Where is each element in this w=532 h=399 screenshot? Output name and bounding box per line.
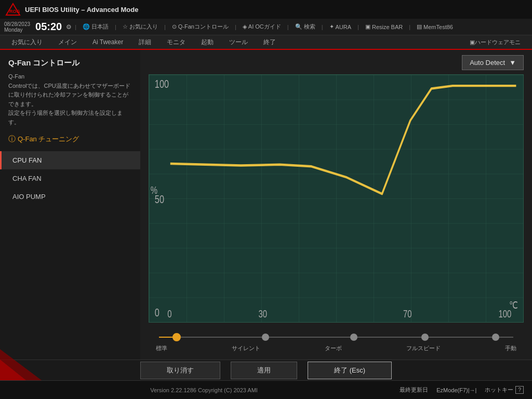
hw-icon: ▣ — [470, 39, 475, 46]
slider-dot-standard[interactable] — [172, 333, 181, 341]
nav-ai-oc[interactable]: ◈ AI OCガイド — [240, 22, 284, 32]
svg-rect-3 — [149, 75, 523, 322]
tab-main[interactable]: メイン — [51, 35, 84, 50]
slider-line-bg — [159, 337, 513, 338]
settings-icon[interactable]: ⚙ — [66, 23, 72, 31]
slider-dot-silent[interactable] — [262, 334, 269, 341]
nav-memtest[interactable]: ▤ MemTest86 — [414, 22, 456, 31]
label-manual: 手動 — [505, 344, 516, 352]
star-icon: ☆ — [123, 23, 128, 30]
nav-resize-bar[interactable]: ▣ Resize BAR — [362, 22, 406, 31]
fan-item-cpu[interactable]: CPU FAN — [0, 151, 140, 169]
resize-icon: ▣ — [365, 23, 370, 30]
footer-right: 最終更新日 EzMode(F7)|→| ホットキー ? — [400, 386, 524, 394]
fan-item-aio[interactable]: AIO PUMP — [0, 188, 140, 206]
tab-detail[interactable]: 詳細 — [131, 35, 158, 50]
date-display: 08/28/2023 Monday — [4, 21, 30, 33]
tab-tools[interactable]: ツール — [222, 35, 255, 50]
rog-logo-icon: ROG — [5, 3, 21, 16]
ez-mode-button[interactable]: EzMode(F7)|→| — [436, 386, 476, 394]
fan-list: CPU FAN CHA FAN AIO PUMP — [0, 151, 140, 206]
svg-text:0: 0 — [167, 308, 171, 320]
slider-dot-fullspeed[interactable] — [421, 334, 429, 341]
auto-detect-row: Auto Detect ▼ — [149, 55, 524, 70]
tab-monitor[interactable]: モニタ — [159, 35, 193, 50]
tab-favorites[interactable]: お気に入り — [4, 35, 50, 50]
section-title: Q-Fan コントロール — [0, 55, 140, 71]
auto-detect-button[interactable]: Auto Detect ▼ — [462, 55, 524, 70]
tab-bar: お気に入り メイン Ai Tweaker 詳細 モニタ 起動 ツール 終了 ▣ … — [0, 35, 532, 50]
aura-icon: ✦ — [329, 23, 334, 30]
slider-dot-turbo[interactable] — [350, 334, 357, 341]
label-standard: 標準 — [156, 344, 167, 352]
svg-text:ROG: ROG — [9, 9, 20, 14]
right-content: Auto Detect ▼ 100 50 0 % — [140, 50, 532, 360]
footer-version: Version 2.22.1286 Copyright (C) 2023 AMI — [8, 387, 400, 393]
tab-ai-tweaker[interactable]: Ai Tweaker — [85, 35, 130, 50]
svg-text:70: 70 — [403, 308, 412, 320]
topbar: ROG UEFI BIOS Utility – Advanced Mode — [0, 0, 532, 19]
search-icon: 🔍 — [295, 23, 302, 30]
nav-search[interactable]: 🔍 検索 — [292, 22, 318, 32]
fan-chart: 100 50 0 % 0 30 70 100 ℃ — [149, 74, 524, 323]
svg-text:℃: ℃ — [509, 299, 517, 311]
tab-exit[interactable]: 終了 — [256, 35, 283, 50]
sidebar-description: Q-Fan Controlでは、CPU温度にあわせてマザーボードに取り付けられた… — [0, 71, 140, 131]
exit-button[interactable]: 終了 (Esc) — [308, 362, 392, 379]
datetime: 08/28/2023 Monday — [4, 21, 33, 33]
bottom-action-bar: 取り消す 適用 終了 (Esc) — [0, 360, 532, 380]
slider-dot-manual[interactable] — [492, 334, 499, 341]
clock-display: 05:20 — [35, 21, 62, 33]
navbar: 08/28/2023 Monday 05:20 ⚙ | 🌐 日本語 | ☆ お気… — [0, 19, 532, 35]
app-title: UEFI BIOS Utility – Advanced Mode — [25, 6, 138, 14]
question-icon: ? — [515, 386, 524, 394]
mem-icon: ▤ — [417, 23, 422, 30]
globe-icon: 🌐 — [83, 23, 90, 30]
svg-text:%: % — [151, 184, 157, 196]
main-content: Q-Fan コントロール Q-Fan Controlでは、CPU温度にあわせてマ… — [0, 50, 532, 360]
tab-hw-monitor[interactable]: ▣ ハードウェアモニ — [462, 35, 528, 50]
fan-item-cha[interactable]: CHA FAN — [0, 169, 140, 188]
svg-text:100: 100 — [155, 78, 169, 90]
dropdown-arrow-icon: ▼ — [509, 59, 516, 66]
footer: Version 2.22.1286 Copyright (C) 2023 AMI… — [0, 380, 532, 399]
nav-qfan[interactable]: ⊙ Q-Fanコントロール — [169, 22, 232, 32]
ai-icon: ◈ — [243, 23, 247, 30]
nav-language[interactable]: 🌐 日本語 — [79, 22, 112, 32]
label-silent: サイレント — [232, 344, 260, 352]
slider-track — [159, 332, 513, 342]
tab-boot[interactable]: 起動 — [194, 35, 221, 50]
fan-icon: ⊙ — [172, 23, 177, 30]
label-turbo: ターボ — [325, 344, 342, 352]
label-fullspeed: フルスピード — [406, 344, 441, 352]
svg-text:0: 0 — [155, 307, 159, 319]
fan-mode-slider: 標準 サイレント ターボ フルスピード 手動 — [149, 327, 524, 354]
slider-labels: 標準 サイレント ターボ フルスピード 手動 — [156, 344, 516, 352]
info-circle-icon: ⓘ — [8, 135, 16, 144]
svg-text:30: 30 — [259, 308, 268, 320]
apply-button[interactable]: 適用 — [231, 362, 297, 379]
nav-favorites[interactable]: ☆ お気に入り — [119, 22, 161, 32]
sidebar: Q-Fan コントロール Q-Fan Controlでは、CPU温度にあわせてマ… — [0, 50, 140, 360]
chart-svg: 100 50 0 % 0 30 70 100 ℃ — [149, 75, 523, 322]
cancel-button[interactable]: 取り消す — [140, 362, 220, 379]
hotkey-button[interactable]: ホットキー ? — [485, 386, 524, 394]
nav-aura[interactable]: ✦ AURA — [326, 22, 355, 31]
last-update-label: 最終更新日 — [400, 386, 428, 394]
sidebar-subtitle: ⓘ Q-Fan チューニング — [0, 131, 140, 149]
